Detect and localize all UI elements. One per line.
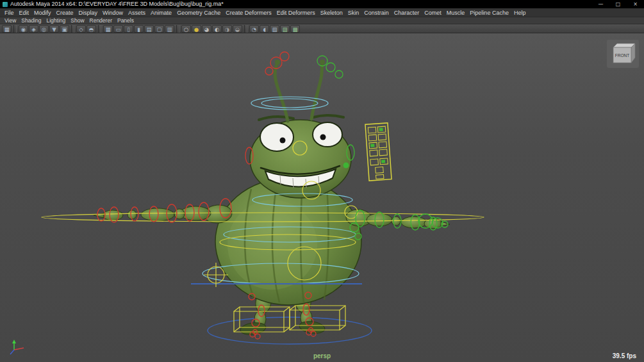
menu-item-skin[interactable]: Skin [345, 8, 362, 17]
bug-left-foot [240, 321, 267, 336]
quick-layout-icon[interactable]: ▦ [2, 25, 12, 33]
menu-item-modify[interactable]: Modify [31, 8, 54, 17]
axis-indicator [10, 340, 24, 354]
isolate-select-icon[interactable]: ◖ [260, 25, 269, 33]
camera-attributes-icon[interactable]: ◎ [39, 25, 49, 33]
bug-right-foot [299, 320, 326, 334]
menu-item-character[interactable]: Character [392, 8, 422, 17]
xray-icon[interactable]: ◔ [249, 25, 259, 33]
bookmark-icon[interactable]: ▼ [49, 25, 59, 33]
fps-counter: 39.5 fps [613, 352, 636, 359]
close-button[interactable]: × [627, 0, 644, 8]
bug-rig-scene[interactable] [0, 33, 644, 362]
two-d-pan-zoom-icon[interactable]: ◇ [76, 25, 86, 33]
panel-toolbar: ▦◉◈◎▼▣◇◓▦▭▯▮▤▢▥○●◕◐◑◒◔◖▧▨▩ [0, 24, 644, 33]
camera-name-label: persp [313, 352, 331, 359]
ambient-occlusion-icon[interactable]: ◒ [233, 25, 242, 33]
bug-right-arm[interactable] [345, 208, 450, 229]
title-bar: Autodesk Maya 2014 x64: D:\EVERYDAY 4\FR… [0, 0, 644, 8]
toolbar-separator [176, 25, 179, 33]
minimize-button[interactable]: — [592, 0, 609, 8]
character-picker-panel[interactable] [365, 123, 392, 181]
menu-item-geometry-cache[interactable]: Geometry Cache [174, 8, 223, 17]
safe-title-icon[interactable]: ▥ [165, 25, 174, 33]
menu-item-assets[interactable]: Assets [126, 8, 148, 17]
toolbar-separator [98, 25, 101, 33]
menu-item-display[interactable]: Display [76, 8, 101, 17]
bug-antennae[interactable] [275, 60, 325, 121]
use-all-lights-icon[interactable]: ◐ [212, 25, 222, 33]
menu-item-renderer[interactable]: Renderer [87, 17, 115, 24]
wireframe-mode-icon[interactable]: ○ [181, 25, 191, 33]
select-camera-icon[interactable]: ◉ [19, 25, 28, 33]
resolution-gate-icon[interactable]: ▯ [124, 25, 133, 33]
rig-green-dot[interactable] [343, 163, 349, 169]
toolbar-separator [13, 25, 17, 33]
menu-item-pipeline-cache[interactable]: Pipeline Cache [467, 8, 511, 17]
menu-item-help[interactable]: Help [511, 8, 529, 17]
menu-item-lighting[interactable]: Lighting [44, 17, 68, 24]
menu-item-constrain[interactable]: Constrain [361, 8, 392, 17]
maximize-button[interactable]: □ [609, 0, 627, 8]
film-gate-icon[interactable]: ▭ [113, 25, 123, 33]
textured-mode-icon[interactable]: ◕ [202, 25, 211, 33]
window-title: Autodesk Maya 2014 x64: D:\EVERYDAY 4\FR… [10, 0, 592, 8]
menu-item-edit-deformers[interactable]: Edit Deformers [274, 8, 318, 17]
view-cube-front-label[interactable]: FRONT [615, 53, 629, 58]
shadows-icon[interactable]: ◑ [222, 25, 232, 33]
oversampling-icon[interactable]: ◓ [87, 25, 96, 33]
menu-item-shading[interactable]: Shading [19, 17, 44, 24]
panel-menu-bar: ViewShadingLightingShowRendererPanels [0, 17, 644, 24]
maya-app-icon [3, 2, 8, 7]
shaded-mode-icon[interactable]: ● [192, 25, 201, 33]
ipr-render-icon[interactable]: ▩ [290, 25, 300, 33]
menu-item-comet[interactable]: Comet [422, 8, 444, 17]
menu-item-create[interactable]: Create [54, 8, 76, 17]
hud-icon[interactable]: ▧ [270, 25, 279, 33]
menu-item-show[interactable]: Show [68, 17, 87, 24]
lock-camera-icon[interactable]: ◈ [29, 25, 38, 33]
grid-toggle-icon[interactable]: ▦ [103, 25, 113, 33]
menu-item-skeleton[interactable]: Skeleton [318, 8, 345, 17]
menu-item-file[interactable]: File [2, 8, 17, 17]
toolbar-separator [71, 25, 74, 33]
menu-item-panels[interactable]: Panels [115, 17, 136, 24]
window-controls: — □ × [592, 0, 644, 8]
gate-mask-icon[interactable]: ▮ [134, 25, 144, 33]
safe-action-icon[interactable]: ▢ [154, 25, 164, 33]
menu-item-view[interactable]: View [2, 17, 19, 24]
menu-item-edit[interactable]: Edit [17, 8, 32, 17]
maya-window: Autodesk Maya 2014 x64: D:\EVERYDAY 4\FR… [0, 0, 644, 362]
view-cube-graphic[interactable]: FRONT [607, 40, 639, 68]
main-menu-bar: FileEditModifyCreateDisplayWindowAssetsA… [0, 8, 644, 17]
bug-head[interactable] [250, 60, 351, 198]
menu-item-window[interactable]: Window [100, 8, 126, 17]
field-chart-icon[interactable]: ▤ [144, 25, 154, 33]
viewport-perspective[interactable]: FRONT persp 39.5 fps [0, 33, 644, 362]
image-plane-icon[interactable]: ▣ [60, 25, 69, 33]
view-cube[interactable]: FRONT [607, 40, 639, 68]
menu-item-create-deformers[interactable]: Create Deformers [223, 8, 274, 17]
toolbar-separator [244, 25, 247, 33]
menu-item-muscle[interactable]: Muscle [444, 8, 468, 17]
menu-item-animate[interactable]: Animate [148, 8, 174, 17]
scene-render-icon[interactable]: ▨ [280, 25, 290, 33]
